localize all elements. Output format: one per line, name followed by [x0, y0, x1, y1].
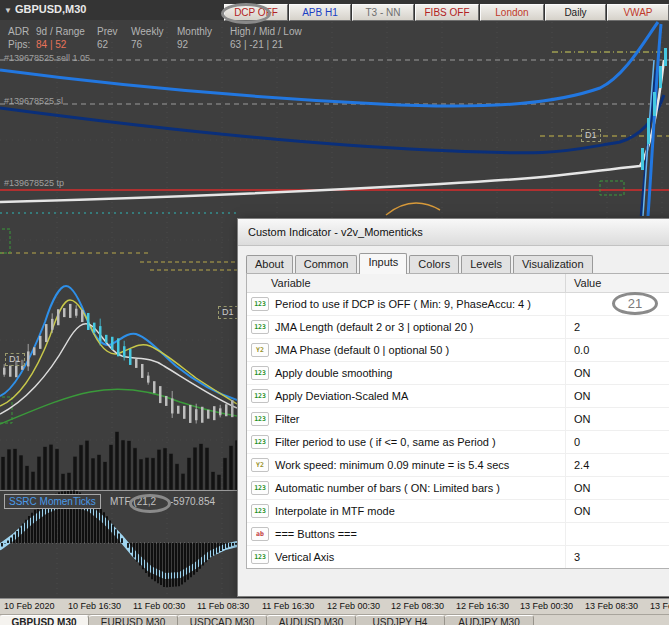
double-type-icon: Y2	[251, 343, 269, 357]
chart-tabs-bar: GBPUSD M30 EURUSD M30 USDCAD M30 AUDUSD …	[0, 614, 669, 625]
adr-pips-value: 84 | 52	[36, 39, 66, 50]
axis-label: 13 Feb	[650, 601, 669, 611]
adr-label: ADR	[8, 26, 29, 37]
row-name: Work speed: minimum 0.09 minute = is 5.4…	[275, 459, 509, 471]
axis-label: 10 Feb 2020	[4, 601, 55, 611]
d1-label-right: D1	[581, 129, 601, 142]
takeprofit-label[interactable]: #139678525 tp	[4, 178, 64, 188]
table-row[interactable]: 123Filter period to use ( if <= 0, same …	[247, 431, 669, 454]
integer-type-icon: 123	[251, 412, 269, 426]
table-row[interactable]: 123Apply double smoothing ON	[247, 362, 669, 385]
table-row[interactable]: 123Period to use if DCP is OFF ( Min: 9,…	[247, 293, 669, 316]
row-value[interactable]: ON	[565, 385, 669, 407]
integer-type-icon: 123	[251, 504, 269, 518]
row-name: Interpolate in MTF mode	[275, 505, 395, 517]
vwap-button[interactable]: VWAP	[607, 4, 669, 21]
annotation-circle-value: 21	[612, 292, 658, 315]
tab-common[interactable]: Common	[295, 255, 358, 273]
integer-type-icon: 123	[251, 481, 269, 495]
integer-type-icon: 123	[251, 435, 269, 449]
tab-levels[interactable]: Levels	[461, 255, 511, 273]
axis-label: 12 Feb 08:30	[391, 601, 444, 611]
d1-label-left: D1	[5, 353, 25, 366]
collapse-icon[interactable]: ▼	[4, 6, 12, 15]
inputs-table: Variable Value 123Period to use if DCP i…	[246, 273, 669, 569]
indicator-name-label[interactable]: SSRC MomenTicks	[4, 494, 101, 509]
row-name: Apply double smoothing	[275, 367, 392, 379]
integer-type-icon: 123	[251, 389, 269, 403]
integer-type-icon: 123	[251, 366, 269, 380]
value-column-header: Value	[565, 274, 669, 292]
table-row[interactable]: ab=== Buttons ===	[247, 523, 669, 546]
adr-hml-label: High / Mid / Low	[230, 26, 302, 37]
axis-label: 10 Feb 16:30	[68, 601, 121, 611]
axis-label: 12 Feb 16:30	[456, 601, 509, 611]
chart-tab-usdcad[interactable]: USDCAD M30	[178, 615, 267, 625]
table-row[interactable]: 123Filter ON	[247, 408, 669, 431]
chart-tab-gbpusd[interactable]: GBPUSD M30	[0, 615, 89, 625]
indicator-properties-dialog: Custom Indicator - v2v_Momenticks About …	[237, 218, 669, 597]
table-row[interactable]: Y2Work speed: minimum 0.09 minute = is 5…	[247, 454, 669, 477]
row-value[interactable]: 0	[565, 431, 669, 453]
indicator-value-label: -5970.854	[170, 496, 215, 507]
adr-monthly-label: Monthly	[177, 26, 212, 37]
axis-label: 12 Feb 00:30	[327, 601, 380, 611]
row-name: Period to use if DCP is OFF ( Min: 9, Ph…	[275, 298, 531, 310]
table-row[interactable]: 123Automatic number of bars ( ON: Limite…	[247, 477, 669, 500]
row-value[interactable]: ON	[565, 477, 669, 499]
daily-button[interactable]: Daily	[545, 4, 606, 21]
row-value[interactable]: ON	[565, 408, 669, 430]
row-value[interactable]: ON	[565, 362, 669, 384]
tab-visualization[interactable]: Visualization	[513, 255, 593, 273]
chart-tab-eurusd[interactable]: EURUSD M30	[89, 615, 178, 625]
mt4-window: ▼GBPUSD,M30 DCP OFF APB H1 T3 - NN FIBS …	[0, 0, 669, 625]
dialog-tab-strip: About Common Inputs Colors Levels Visual…	[246, 252, 595, 273]
annotation-circled-value: 21	[615, 295, 655, 312]
table-row[interactable]: 123Vertical Axis 3	[247, 546, 669, 568]
adr-pips-label: Pips:	[8, 39, 30, 50]
time-axis[interactable]: 10 Feb 2020 10 Feb 16:30 11 Feb 00:30 11…	[0, 598, 669, 614]
table-row[interactable]: 123JMA Length (default 2 or 3 | optional…	[247, 316, 669, 339]
row-name: Apply Deviation-Scaled MA	[275, 390, 408, 402]
axis-label: 13 Feb 00:30	[520, 601, 573, 611]
fibs-button[interactable]: FIBS OFF	[415, 4, 479, 21]
dialog-title[interactable]: Custom Indicator - v2v_Momenticks	[238, 219, 669, 246]
adr-hml-value: 63 | -21 | 21	[230, 39, 283, 50]
adr-range-label: 9d / Range	[36, 26, 85, 37]
tab-colors[interactable]: Colors	[409, 255, 459, 273]
d1-label-middle: D1	[218, 306, 238, 319]
row-value[interactable]: 2.4	[565, 454, 669, 476]
apb-button[interactable]: APB H1	[289, 4, 351, 21]
row-name: JMA Length (default 2 or 3 | optional 20…	[275, 321, 474, 333]
row-name: === Buttons ===	[275, 528, 357, 540]
row-value[interactable]: 3	[565, 546, 669, 568]
table-row[interactable]: Y2JMA Phase (default 0 | optional 50 ) 0…	[247, 339, 669, 362]
row-value[interactable]: 0.0	[565, 339, 669, 361]
axis-label: 13 Feb 08:30	[585, 601, 638, 611]
axis-label: 11 Feb 08:30	[197, 601, 249, 611]
chart-tab-audjpy[interactable]: AUDJPY M30	[445, 615, 534, 625]
row-value[interactable]	[565, 523, 669, 545]
string-type-icon: ab	[251, 527, 269, 541]
table-row[interactable]: 123Apply Deviation-Scaled MA ON	[247, 385, 669, 408]
tab-inputs[interactable]: Inputs	[359, 253, 407, 274]
table-row[interactable]: 123Interpolate in MTF mode ON	[247, 500, 669, 523]
integer-type-icon: 123	[251, 320, 269, 334]
adr-monthly-value: 92	[177, 39, 188, 50]
chart-tab-usdjpy[interactable]: USDJPY H4	[356, 615, 445, 625]
table-header: Variable Value	[247, 274, 669, 293]
sell-order-label[interactable]: #139678525 sell 1.05	[4, 53, 90, 63]
stoploss-label[interactable]: #139678525 sl	[4, 96, 63, 106]
row-value[interactable]: 2	[565, 316, 669, 338]
tab-about[interactable]: About	[246, 255, 293, 273]
row-value[interactable]: ON	[565, 500, 669, 522]
row-name: JMA Phase (default 0 | optional 50 )	[275, 344, 449, 356]
adr-prev-label: Prev	[97, 26, 118, 37]
axis-label: 11 Feb 16:30	[262, 601, 314, 611]
axis-label: 11 Feb 00:30	[133, 601, 185, 611]
variable-column-header: Variable	[247, 274, 565, 292]
chart-title[interactable]: ▼GBPUSD,M30	[4, 3, 86, 15]
t3-button[interactable]: T3 - NN	[352, 4, 414, 21]
session-button[interactable]: London	[480, 4, 544, 21]
chart-tab-audusd[interactable]: AUDUSD M30	[267, 615, 356, 625]
